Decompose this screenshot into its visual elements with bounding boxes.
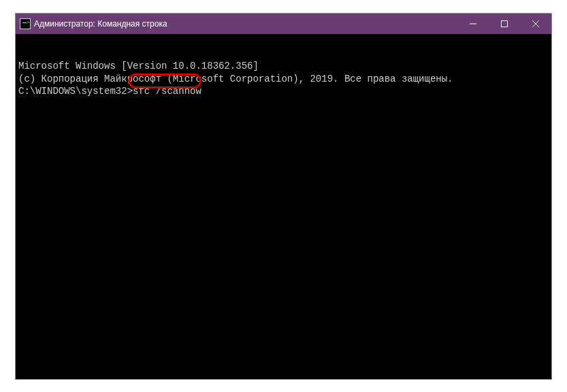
window-title: Администратор: Командная строка	[34, 19, 457, 29]
window-controls	[457, 14, 551, 34]
title-bar[interactable]: Администратор: Командная строка	[16, 14, 551, 34]
terminal-output[interactable]: Microsoft Windows [Version 10.0.18362.35…	[16, 34, 551, 379]
maximize-button[interactable]	[489, 14, 520, 34]
command-input[interactable]: sfc /scannow	[133, 86, 201, 97]
output-line: Microsoft Windows [Version 10.0.18362.35…	[18, 60, 549, 72]
cmd-icon	[20, 18, 31, 29]
output-line: (c) Корпорация Майкрософт (Microsoft Cor…	[18, 73, 549, 85]
minimize-button[interactable]	[457, 14, 489, 34]
svg-rect-1	[502, 21, 508, 27]
close-button[interactable]	[520, 14, 551, 34]
prompt-line: C:\WINDOWS\system32>sfc /scannow	[18, 85, 549, 97]
prompt: C:\WINDOWS\system32>	[18, 86, 133, 97]
command-prompt-window: Администратор: Командная строка Microsof…	[15, 13, 552, 380]
